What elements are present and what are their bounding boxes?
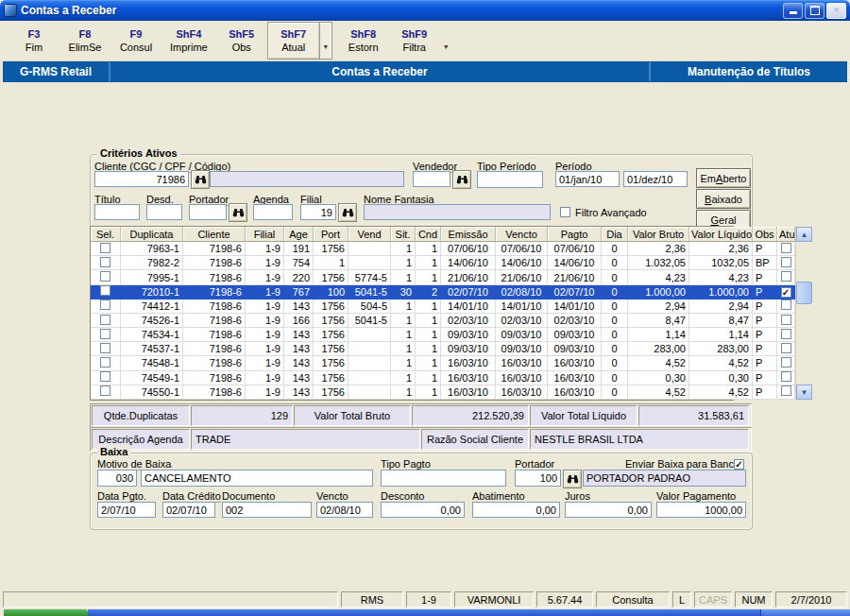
row-select-checkbox[interactable] xyxy=(100,343,110,353)
row-select-checkbox[interactable] xyxy=(100,315,110,325)
data-pgto-input[interactable]: 2/07/10 xyxy=(97,502,156,518)
titulo-input[interactable] xyxy=(94,204,140,220)
restore-button[interactable] xyxy=(805,3,824,19)
toolbar-button-atual[interactable]: ShF7Atual xyxy=(267,22,320,60)
table-row[interactable]: 74537-17198-61-914317561109/03/1009/03/1… xyxy=(91,342,795,356)
row-select-checkbox[interactable] xyxy=(100,243,110,253)
column-header-vend[interactable]: Vend xyxy=(348,227,391,242)
column-header-vencto[interactable]: Vencto xyxy=(496,227,548,242)
scroll-down-icon[interactable]: ▼ xyxy=(796,385,812,400)
row-select-checkbox[interactable] xyxy=(100,299,110,310)
filial-search-button[interactable] xyxy=(338,203,357,222)
portador-baixa-code-input[interactable]: 100 xyxy=(515,470,561,487)
em-aberto-button[interactable]: Em Aberto xyxy=(696,168,751,188)
atu-checkbox[interactable] xyxy=(781,271,791,282)
column-header-dia[interactable]: Dia xyxy=(602,227,628,242)
data-credito-input[interactable]: 02/07/10 xyxy=(162,502,215,518)
toolbar-button-elimse[interactable]: F8ElimSe xyxy=(60,23,110,59)
baixado-button[interactable]: Baixado xyxy=(696,189,751,209)
minimize-button[interactable] xyxy=(783,3,803,19)
column-header-obs[interactable]: Obs xyxy=(753,227,777,242)
table-row[interactable]: 74412-17198-61-91431756504-51114/01/1014… xyxy=(91,299,795,313)
cell: 09/03/10 xyxy=(441,342,496,356)
atu-checkbox[interactable] xyxy=(781,385,791,396)
column-header-cliente[interactable]: Cliente xyxy=(183,227,246,242)
tipo-periodo-select[interactable] xyxy=(477,171,543,188)
tipo-pagto-select[interactable] xyxy=(381,470,506,487)
toolbar-button-obs[interactable]: ShF5Obs xyxy=(216,23,267,59)
motivo-baixa-select[interactable]: CANCELAMENTO xyxy=(141,470,373,487)
table-row[interactable]: 74526-17198-61-916617565041-51102/03/100… xyxy=(91,313,795,327)
start-button-edge[interactable] xyxy=(4,609,88,616)
documento-input[interactable]: 002 xyxy=(222,502,312,518)
vencto-baixa-input[interactable]: 02/08/10 xyxy=(316,502,373,518)
column-header-duplicata[interactable]: Duplicata xyxy=(121,227,183,242)
abatimento-input[interactable]: 0,00 xyxy=(472,502,560,518)
close-button[interactable]: × xyxy=(826,3,846,19)
atu-checkbox[interactable] xyxy=(781,329,791,339)
portador-search-button[interactable] xyxy=(229,203,247,222)
agenda-input[interactable] xyxy=(253,204,293,220)
column-header-atu[interactable]: Atu xyxy=(777,227,795,242)
row-select-checkbox[interactable] xyxy=(100,385,110,396)
vendedor-input[interactable] xyxy=(413,171,450,187)
valor-pagamento-input[interactable]: 1000,00 xyxy=(656,502,746,518)
toolbar-dropdown-filtra-icon[interactable]: ▾ xyxy=(440,23,452,59)
column-header-valorbruto[interactable]: Valor Bruto xyxy=(628,227,689,242)
atu-checkbox[interactable] xyxy=(781,243,791,253)
row-select-checkbox[interactable] xyxy=(100,257,110,267)
motivo-baixa-code-input[interactable]: 030 xyxy=(97,470,137,487)
row-select-checkbox[interactable] xyxy=(100,371,110,382)
toolbar-button-imprime[interactable]: ShF4Imprime xyxy=(162,23,216,59)
cliente-input[interactable]: 71986 xyxy=(94,171,189,187)
row-select-checkbox[interactable] xyxy=(100,329,110,339)
table-row[interactable]: 72010-17198-61-97671005041-530202/07/100… xyxy=(91,284,795,299)
toolbar-button-fim[interactable]: F3Fim xyxy=(8,23,60,59)
table-row[interactable]: 74549-17198-61-914317561116/03/1016/03/1… xyxy=(91,370,795,385)
toolbar-button-filtra[interactable]: ShF9Filtra xyxy=(389,23,440,59)
cliente-search-button[interactable] xyxy=(191,170,210,189)
atu-checkbox[interactable] xyxy=(781,371,791,382)
filial-input[interactable]: 19 xyxy=(300,204,336,220)
table-row[interactable]: 7995-17198-61-922017565774-51121/06/1021… xyxy=(91,270,795,284)
column-header-filial[interactable]: Filial xyxy=(246,227,284,242)
periodo-from-input[interactable]: 01/jan/10 xyxy=(555,171,620,187)
desconto-input[interactable]: 0,00 xyxy=(381,502,465,518)
table-row[interactable]: 74550-17198-61-914317561116/03/1016/03/1… xyxy=(91,385,795,399)
table-row[interactable]: 7982-27198-61-975411114/06/1014/06/1014/… xyxy=(91,256,795,270)
enviar-baixa-checkbox[interactable] xyxy=(734,459,744,470)
column-header-cnd[interactable]: Cnd xyxy=(416,227,441,242)
grid-scrollbar[interactable]: ▲ ▼ xyxy=(795,227,796,400)
toolbar-button-estorn[interactable]: ShF8Estorn xyxy=(338,23,389,59)
row-select-checkbox[interactable] xyxy=(100,271,110,282)
column-header-port[interactable]: Port xyxy=(314,227,348,242)
table-row[interactable]: 74534-17198-61-914317561109/03/1009/03/1… xyxy=(91,328,795,342)
column-header-pagto[interactable]: Pagto xyxy=(548,227,602,242)
column-header-valorlquido[interactable]: Valor Líquido xyxy=(689,227,753,242)
scroll-up-icon[interactable]: ▲ xyxy=(796,227,812,242)
row-select-checkbox[interactable] xyxy=(100,285,110,296)
atu-checkbox[interactable] xyxy=(781,315,791,325)
toolbar-button-consul[interactable]: F9Consul xyxy=(110,23,162,59)
filtro-avancado-checkbox[interactable] xyxy=(560,207,570,217)
portador-input[interactable] xyxy=(189,204,227,220)
column-header-sit[interactable]: Sit. xyxy=(391,227,416,242)
column-header-sel[interactable]: Sel. xyxy=(91,227,121,242)
atu-checkbox[interactable] xyxy=(781,299,791,310)
desd-input[interactable] xyxy=(146,204,182,220)
atu-checkbox[interactable] xyxy=(781,343,791,353)
table-row[interactable]: 7963-17198-61-919117561107/06/1007/06/10… xyxy=(91,242,795,256)
atu-checkbox[interactable] xyxy=(781,257,791,267)
atu-checkbox[interactable] xyxy=(781,287,791,298)
portador-baixa-search-button[interactable] xyxy=(563,470,582,488)
toolbar-dropdown-atual-icon[interactable]: ▾ xyxy=(320,22,332,60)
vendedor-search-button[interactable] xyxy=(452,170,471,189)
table-row[interactable]: 74548-17198-61-914317561116/03/1016/03/1… xyxy=(91,356,795,370)
column-header-emisso[interactable]: Emissão xyxy=(441,227,496,242)
row-select-checkbox[interactable] xyxy=(100,357,110,368)
scrollbar-thumb[interactable] xyxy=(796,282,812,304)
column-header-age[interactable]: Age xyxy=(284,227,314,242)
atu-checkbox[interactable] xyxy=(781,357,791,368)
periodo-to-input[interactable]: 01/dez/10 xyxy=(623,171,688,187)
juros-input[interactable]: 0,00 xyxy=(565,502,652,518)
